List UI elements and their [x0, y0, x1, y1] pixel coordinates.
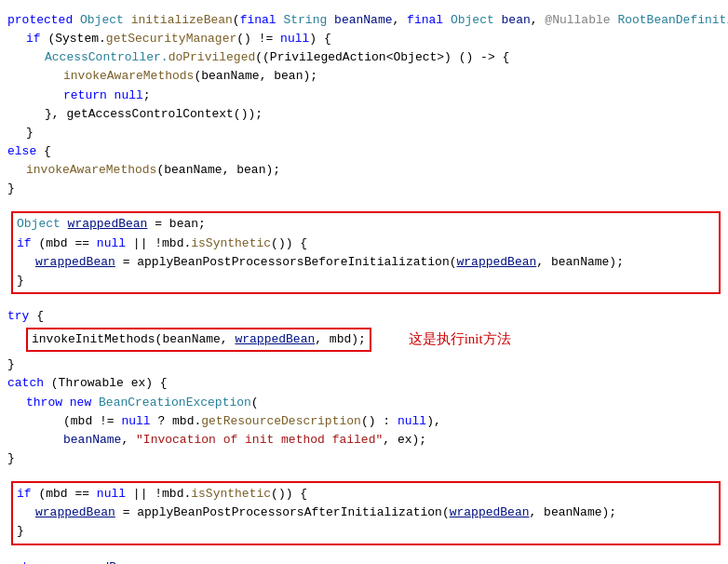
kw: null [398, 412, 426, 431]
op: { [36, 142, 51, 161]
try-body: invokeInitMethods(beanName, wrappedBean,… [26, 326, 721, 354]
param: wrappedBean [235, 332, 315, 346]
code-line: if (mbd == null || !mbd.isSynthetic()) { [17, 235, 715, 253]
param: wrappedBean [59, 558, 139, 564]
code-line: wrappedBean = applyBeanPostProcessorsAft… [17, 504, 715, 522]
op: } [26, 124, 34, 142]
op: ), [426, 412, 441, 431]
code-line: } [7, 450, 721, 468]
kw: catch [7, 374, 44, 393]
method: isSynthetic [191, 485, 271, 504]
op: , mbd); [315, 332, 366, 346]
type: RootBeanDefinition [617, 11, 728, 30]
method: invokeAwareMethods [26, 161, 156, 180]
op: (System. [41, 30, 106, 48]
method: isSynthetic [191, 235, 271, 253]
op: } [17, 522, 24, 541]
code-line: if (System.getSecurityManager() != null)… [7, 30, 721, 48]
op: () : [361, 412, 398, 431]
op: || !mbd. [126, 235, 191, 253]
param: wrappedBean [35, 253, 115, 272]
op: (Throwable ex) { [44, 374, 168, 393]
op: , beanName); [530, 504, 617, 522]
code-viewer: protected Object initializeBean(final St… [0, 7, 728, 564]
kw: throw [26, 394, 70, 412]
red-box-inline-invoke: invokeInitMethods(beanName, wrappedBean,… [26, 328, 371, 352]
op: (mbd == [32, 485, 97, 504]
type: Object [451, 11, 502, 30]
op: = applyBeanPostProcessorsBeforeInitializ… [115, 253, 457, 272]
kw: new [70, 394, 99, 412]
code-line: protected Object initializeBean(final St… [7, 11, 721, 30]
code-line: else { [7, 142, 721, 161]
code-line: } [7, 356, 721, 374]
op: , [531, 11, 546, 30]
param: beanName [334, 11, 392, 30]
op: ( [233, 11, 240, 30]
op: ; [143, 87, 151, 105]
type: BeanCreationException [99, 394, 251, 412]
kw: null [97, 235, 126, 253]
code-line: } [7, 124, 721, 142]
code-line: catch (Throwable ex) { [7, 374, 721, 393]
op: ((PrivilegedAction<Object>) () -> { [255, 48, 509, 67]
code-line: invokeAwareMethods(beanName, bean); [7, 67, 721, 86]
param: beanName [63, 431, 121, 450]
code-line: }, getAccessControlContext()); [7, 105, 721, 124]
code-line: try { [7, 307, 721, 326]
op: } [7, 450, 15, 468]
op: ? mbd. [151, 412, 202, 431]
method: initializeBean [131, 11, 233, 30]
kw: return [7, 558, 59, 564]
method: getResourceDescription [201, 412, 361, 431]
code-line: wrappedBean = applyBeanPostProcessorsBef… [17, 253, 715, 272]
op: }, getAccessControlContext()); [45, 105, 263, 124]
op: (beanName, bean); [156, 161, 280, 180]
code-line: (mbd != null ? mbd.getResourceDescriptio… [7, 412, 721, 431]
kw: try [7, 307, 29, 326]
op: ()) { [271, 235, 307, 253]
op: (mbd != [63, 412, 121, 431]
kw: if [17, 235, 32, 253]
op: (mbd == [32, 235, 97, 253]
kw: final [407, 11, 451, 30]
op: ( [251, 394, 259, 412]
op: , ex); [383, 431, 426, 450]
kw: null [280, 30, 309, 48]
code-line: throw new BeanCreationException( [7, 394, 721, 412]
param: wrappedBean [35, 504, 115, 522]
op: ) { [309, 30, 330, 48]
kw: null [115, 87, 143, 105]
code-line: beanName, "Invocation of init method fai… [7, 431, 721, 450]
op: = bean; [147, 215, 205, 234]
op: { [29, 307, 44, 326]
param: wrappedBean [457, 253, 537, 272]
code-line: return wrappedBean; [7, 558, 721, 564]
code-line: } [17, 272, 715, 290]
param: bean [502, 11, 531, 30]
op: || !mbd. [126, 485, 191, 504]
op: () != [236, 30, 280, 48]
code-line: } [7, 180, 721, 198]
type: Object [17, 215, 68, 234]
kw: null [97, 485, 126, 504]
method: getSecurityManager [106, 30, 236, 48]
op: = applyBeanPostProcessorsAfterInitializa… [115, 504, 450, 522]
op: , [393, 11, 408, 30]
kw: if [26, 30, 41, 48]
string: "Invocation of init method failed" [136, 431, 383, 450]
kw: else [7, 142, 36, 161]
op: , beanName); [536, 253, 624, 272]
method: doPrivileged [169, 48, 256, 67]
op: (beanName, bean); [194, 67, 317, 86]
code-line: } [17, 522, 715, 541]
annotation: @Nullable [545, 11, 617, 30]
op: } [17, 272, 24, 290]
op: invokeInitMethods(beanName, [32, 332, 235, 346]
kw: protected [7, 11, 80, 30]
param: wrappedBean [68, 215, 148, 234]
op: } [7, 180, 15, 198]
code-line: if (mbd == null || !mbd.isSynthetic()) { [17, 485, 715, 504]
param: wrappedBean [450, 504, 530, 522]
code-line: invokeAwareMethods(beanName, bean); [7, 161, 721, 180]
